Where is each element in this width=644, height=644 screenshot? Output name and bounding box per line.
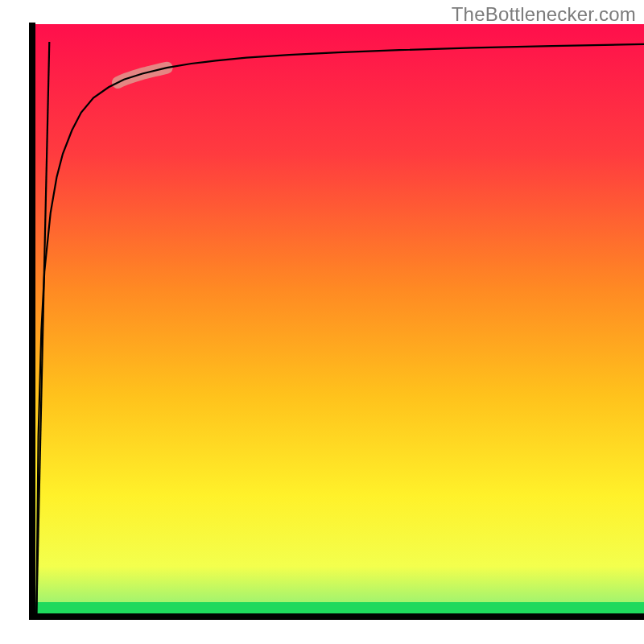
green-band — [32, 602, 644, 613]
chart-canvas — [0, 0, 644, 644]
watermark-text: TheBottlenecker.com — [452, 3, 636, 26]
plot-background — [32, 24, 644, 613]
